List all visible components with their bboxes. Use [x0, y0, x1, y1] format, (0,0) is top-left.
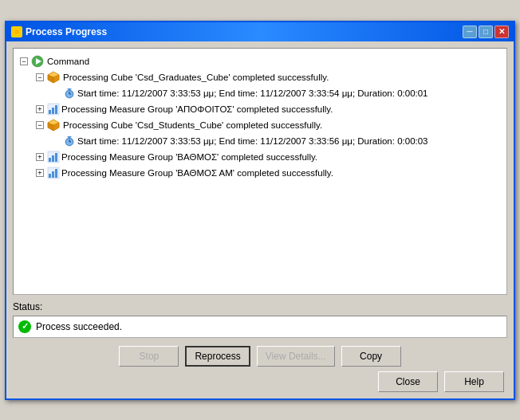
node2-2-expand[interactable]: +: [36, 153, 44, 161]
stop-button[interactable]: Stop: [119, 346, 179, 367]
title-bar-left: Process Progress: [11, 26, 107, 37]
title-bar: Process Progress ─ □ ✕: [6, 22, 514, 41]
window-title: Process Progress: [26, 26, 107, 37]
status-section: Status: ✓ Process succeeded.: [13, 301, 507, 338]
status-label: Status:: [13, 301, 507, 312]
node2-3-text: Processing Measure Group 'ΒΑΘΜΟΣ ΑΜ' com…: [61, 166, 333, 180]
log-area: − Command −: [13, 48, 507, 295]
command-label: Command: [47, 54, 89, 69]
node1-expand[interactable]: −: [36, 73, 44, 81]
success-icon: ✓: [18, 320, 31, 333]
cube-icon: [47, 71, 60, 84]
reprocess-button[interactable]: Reprocess: [185, 346, 250, 367]
command-expand[interactable]: −: [20, 57, 28, 65]
svg-rect-16: [55, 105, 57, 114]
run-icon: [31, 55, 44, 68]
window-body: − Command −: [6, 41, 514, 398]
status-message: Process succeeded.: [36, 321, 122, 332]
cube-icon: [47, 119, 60, 131]
list-item: − Processing Cube 'Csd_Students_Cube' co…: [17, 117, 503, 133]
list-item: + Processing Measure Group 'ΒΑΘΜΟΣ' comp…: [17, 149, 503, 165]
close-button[interactable]: Close: [378, 371, 438, 392]
svg-rect-31: [49, 174, 51, 178]
node1-2-expand[interactable]: +: [36, 105, 44, 113]
svg-rect-27: [49, 158, 51, 162]
list-item: + Processing Measure Group 'ΑΠΟΦΟΙΤΟΣ' c…: [17, 101, 503, 117]
tree-root: − Command: [17, 53, 503, 69]
node2-2-row: + Processing Measure Group 'ΒΑΘΜΟΣ' comp…: [17, 150, 503, 164]
node2-text: Processing Cube 'Csd_Students_Cube' comp…: [63, 118, 322, 132]
minimize-button[interactable]: ─: [463, 26, 477, 38]
node2-3-row: + Processing Measure Group 'ΒΑΘΜΟΣ ΑΜ' c…: [17, 166, 503, 180]
process-progress-window: Process Progress ─ □ ✕ − Command: [5, 21, 515, 400]
node2-1-text: Start time: 11/12/2007 3:33:53 μμ; End t…: [77, 134, 428, 148]
status-box: ✓ Process succeeded.: [13, 316, 507, 338]
svg-rect-15: [52, 108, 54, 114]
help-button[interactable]: Help: [444, 371, 504, 392]
button-row-1: Stop Reprocess View Details... Copy: [13, 346, 507, 367]
list-item: + Processing Measure Group 'ΒΑΘΜΟΣ ΑΜ' c…: [17, 165, 503, 181]
node1-row: − Processing Cube 'Csd_Graduates_Cube' c…: [17, 70, 503, 84]
clock-icon: [63, 87, 76, 100]
maximize-button[interactable]: □: [479, 26, 493, 38]
list-item: − Processing Cube 'Csd_Graduates_Cube' c…: [17, 69, 503, 85]
node2-2-text: Processing Measure Group 'ΒΑΘΜΟΣ' comple…: [61, 150, 317, 164]
node1-2-text: Processing Measure Group 'ΑΠΟΦΟΙΤΟΣ' com…: [61, 102, 333, 116]
window-icon: [11, 26, 22, 37]
copy-button[interactable]: Copy: [341, 346, 401, 367]
bar-chart-icon: [47, 167, 60, 179]
node1-2-row: + Processing Measure Group 'ΑΠΟΦΟΙΤΟΣ' c…: [17, 102, 503, 116]
list-item: Start time: 11/12/2007 3:33:53 μμ; End t…: [17, 85, 503, 101]
node1-1-row: Start time: 11/12/2007 3:33:53 μμ; End t…: [17, 86, 503, 100]
node2-row: − Processing Cube 'Csd_Students_Cube' co…: [17, 118, 503, 132]
node2-expand[interactable]: −: [36, 121, 44, 129]
bar-chart-icon: [47, 151, 60, 163]
svg-rect-29: [55, 153, 57, 162]
node1-1-text: Start time: 11/12/2007 3:33:53 μμ; End t…: [77, 86, 428, 100]
svg-rect-14: [49, 110, 51, 114]
title-bar-controls: ─ □ ✕: [463, 26, 509, 38]
view-details-button[interactable]: View Details...: [257, 346, 335, 367]
command-row: − Command: [17, 54, 503, 69]
svg-rect-28: [52, 155, 54, 162]
svg-rect-1: [14, 29, 19, 34]
node2-3-expand[interactable]: +: [36, 169, 44, 177]
button-row-2: Close Help: [13, 371, 507, 392]
node2-1-row: Start time: 11/12/2007 3:33:53 μμ; End t…: [17, 134, 503, 148]
svg-rect-33: [55, 169, 57, 178]
no-expand: [52, 89, 60, 97]
no-expand: [52, 137, 60, 145]
node1-text: Processing Cube 'Csd_Graduates_Cube' com…: [63, 70, 329, 84]
bar-chart-icon: [47, 103, 60, 116]
svg-rect-32: [52, 171, 54, 178]
clock-icon: [63, 135, 76, 147]
close-titlebar-button[interactable]: ✕: [494, 26, 509, 38]
list-item: Start time: 11/12/2007 3:33:53 μμ; End t…: [17, 133, 503, 149]
